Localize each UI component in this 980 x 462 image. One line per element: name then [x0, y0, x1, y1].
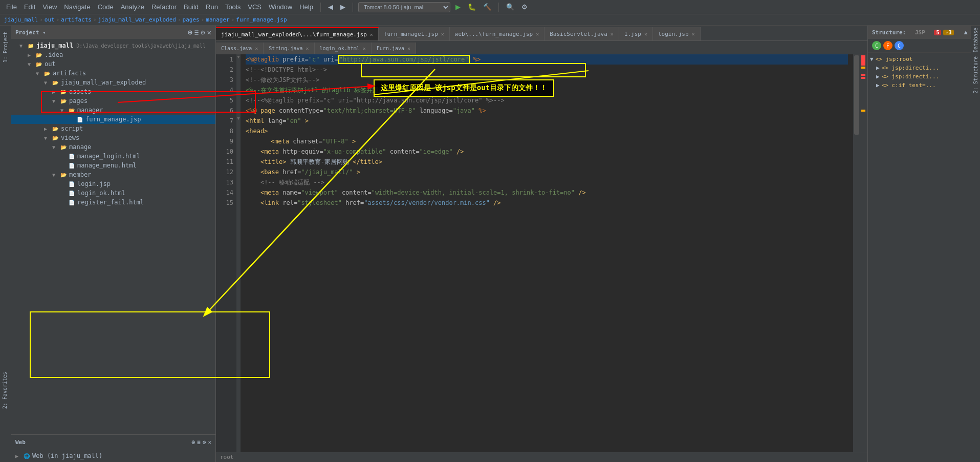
tab-furn-manage[interactable]: jiaju_mall_war_exploded\...\furn_manage.… — [216, 27, 379, 40]
tree-item-script[interactable]: ▶ 📂 script — [11, 124, 215, 133]
tab-label-login-jsp: login.jsp — [658, 31, 689, 37]
menu-vcs[interactable]: VCS — [246, 2, 264, 12]
tree-item-register-fail[interactable]: 📄 register_fail.html — [11, 198, 215, 207]
menu-analyze[interactable]: Analyze — [119, 2, 146, 12]
breadcrumb-out[interactable]: out — [45, 16, 55, 23]
structure-item-cif[interactable]: ▶ <> c:if test=... — [870, 81, 978, 90]
debug-btn[interactable]: 🐛 — [466, 2, 478, 12]
structure-item-root[interactable]: ▼ <> jsp:root — [870, 55, 978, 64]
scrollbar-track[interactable] — [853, 54, 860, 452]
tab-furn-java[interactable]: Furn.java ✕ — [372, 43, 416, 54]
tab-class-java[interactable]: Class.java ✕ — [216, 43, 264, 54]
tab-close-furn-manage[interactable]: ✕ — [370, 32, 373, 37]
tab-close-basic-servlet[interactable]: ✕ — [611, 31, 614, 37]
tree-item-manage[interactable]: ▼ 📂 manage — [11, 142, 215, 152]
tree-item-web[interactable]: ▶ 🌐 Web (in jiaju_mall) — [11, 450, 215, 462]
scrollbar-thumb[interactable] — [854, 55, 859, 135]
tree-item-views[interactable]: ▼ 📂 views — [11, 133, 215, 142]
sidebar-settings-btn[interactable]: ⚙ — [201, 28, 205, 36]
breadcrumb-manager[interactable]: manager — [206, 16, 229, 23]
breadcrumb-project[interactable]: jiaju_mall — [4, 16, 38, 23]
tab-web-furn[interactable]: web\...\furn_manage.jsp ✕ — [450, 27, 545, 40]
web-close-btn[interactable]: ✕ — [208, 439, 211, 446]
tree-item-furn-manage[interactable]: 📄 furn_manage.jsp — [11, 115, 215, 124]
tree-label-views: views — [61, 134, 79, 141]
tab-furn-manage1[interactable]: furn_manage1.jsp ✕ — [379, 27, 450, 40]
tab-close-furn-java[interactable]: ✕ — [407, 46, 410, 51]
database-tab[interactable]: Database — [973, 28, 978, 52]
tree-item-manage-menu[interactable]: 📄 manage_menu.html — [11, 161, 215, 170]
menu-edit[interactable]: Edit — [22, 2, 37, 12]
tab-string-java[interactable]: String.java ✕ — [264, 43, 314, 54]
menu-build[interactable]: Build — [182, 2, 201, 12]
tab-close-1-jsp[interactable]: ✕ — [644, 31, 647, 37]
web-sync-btn[interactable]: ⊕ — [192, 439, 195, 446]
chrome-icon[interactable]: C — [872, 41, 881, 50]
tab-close-furn-manage1[interactable]: ✕ — [441, 31, 444, 37]
settings-btn[interactable]: ⚙ — [519, 2, 530, 12]
collapse-btn[interactable]: ≡ — [194, 28, 199, 36]
tab-close-web-furn[interactable]: ✕ — [536, 31, 539, 37]
right-strip: Database 2: Structure — [971, 26, 980, 128]
code-content[interactable]: <%@taglib prefix="c" uri="http://java.su… — [241, 54, 853, 452]
chrome2-icon[interactable]: C — [895, 41, 904, 50]
tab-login-jsp[interactable]: login.jsp ✕ — [653, 27, 701, 40]
tab-bar: jiaju_mall_war_exploded\...\furn_manage.… — [216, 26, 867, 41]
structure-tab-right[interactable]: 2: Structure — [973, 56, 978, 93]
tree-item-idea[interactable]: ▶ 📂 .idea — [11, 50, 215, 59]
folder-icon-member: 📂 — [59, 171, 68, 179]
breadcrumb-file[interactable]: furn_manage.jsp — [236, 16, 287, 23]
forward-btn[interactable]: ▶ — [338, 2, 347, 12]
structure-item-directive2[interactable]: ▶ <> jsp:directi... — [870, 72, 978, 81]
project-tab[interactable]: 1: Project — [2, 30, 9, 65]
tab-close-class-java[interactable]: ✕ — [255, 46, 258, 51]
sync-btn[interactable]: ⊕ — [188, 28, 192, 36]
menu-run[interactable]: Run — [204, 2, 220, 12]
tab-close-login-jsp[interactable]: ✕ — [692, 31, 695, 37]
favorites-tab[interactable]: 2: Favorites — [2, 372, 8, 409]
tab-label-1-jsp: 1.jsp — [624, 31, 641, 37]
tree-item-artifacts[interactable]: ▼ 📂 artifacts — [11, 69, 215, 78]
tree-item-login-jsp[interactable]: 📄 login.jsp — [11, 179, 215, 188]
run-config-selector[interactable]: Tomcat 8.0.50-jiaju_mall — [358, 2, 450, 12]
browser-icons-row: C F C — [868, 39, 980, 53]
tab-close-string-java[interactable]: ✕ — [306, 46, 309, 51]
menu-file[interactable]: File — [4, 2, 19, 12]
nav-up-btn[interactable]: ▲ — [963, 29, 969, 36]
search-btn[interactable]: 🔍 — [504, 2, 516, 12]
tree-item-exploded[interactable]: ▼ 📂 jiaju_mall_war_exploded — [11, 78, 215, 87]
tree-item-member[interactable]: ▼ 📂 member — [11, 170, 215, 179]
web-settings-btn[interactable]: ⚙ — [203, 439, 206, 446]
tree-item-pages[interactable]: ▼ 📂 pages — [11, 96, 215, 106]
tree-label-artifacts: artifacts — [53, 70, 86, 77]
web-collapse-btn[interactable]: ≡ — [197, 439, 201, 446]
menu-refactor[interactable]: Refactor — [149, 2, 179, 12]
breadcrumb-pages[interactable]: pages — [183, 16, 200, 23]
tab-login-ok[interactable]: login_ok.html ✕ — [315, 43, 372, 54]
fold-btn-8[interactable]: ▼ — [236, 116, 241, 126]
tab-1-jsp[interactable]: 1.jsp ✕ — [619, 27, 653, 40]
firefox-icon[interactable]: F — [883, 41, 892, 50]
breadcrumb-exploded[interactable]: jiaju_mall_war_exploded — [98, 16, 176, 23]
back-btn[interactable]: ◀ — [326, 2, 335, 12]
tree-item-manage-login[interactable]: 📄 manage_login.html — [11, 152, 215, 161]
menu-help[interactable]: Help — [297, 2, 315, 12]
build-btn[interactable]: 🔨 — [481, 2, 493, 12]
fold-btn-7[interactable]: ▼ — [236, 54, 241, 65]
tree-item-jiaju-mall[interactable]: ▼ 📁 jiaju_mall D:\Java_developer_tools\j… — [11, 41, 215, 50]
tree-item-login-ok[interactable]: 📄 login_ok.html — [11, 188, 215, 198]
breadcrumb-artifacts[interactable]: artifacts — [61, 16, 92, 23]
sidebar-close-btn[interactable]: ✕ — [207, 28, 211, 36]
menu-view[interactable]: View — [40, 2, 59, 12]
menu-code[interactable]: Code — [96, 2, 116, 12]
tab-close-login-ok[interactable]: ✕ — [363, 46, 366, 51]
tree-item-manager[interactable]: ▼ 📂 manager — [11, 106, 215, 115]
menu-navigate[interactable]: Navigate — [62, 2, 92, 12]
tree-item-out[interactable]: ▼ 📂 out — [11, 59, 215, 69]
tab-basic-servlet[interactable]: BasicServlet.java ✕ — [545, 27, 619, 40]
run-btn[interactable]: ▶ — [453, 2, 463, 12]
menu-window[interactable]: Window — [267, 2, 294, 12]
tree-item-assets[interactable]: ▶ 📂 assets — [11, 87, 215, 96]
structure-item-directive1[interactable]: ▶ <> jsp:directi... — [870, 64, 978, 72]
menu-tools[interactable]: Tools — [223, 2, 243, 12]
